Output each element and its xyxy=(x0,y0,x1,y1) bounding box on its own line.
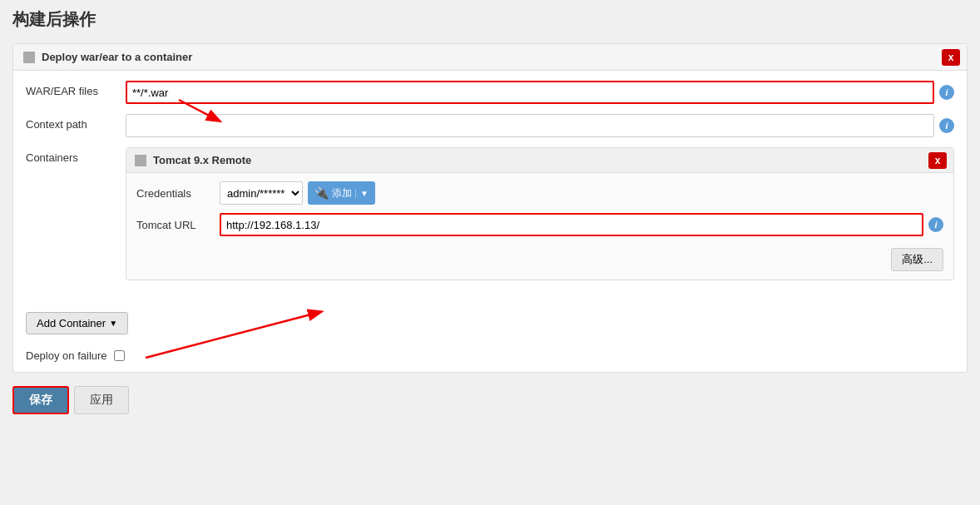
form-body: WAR/EAR files i Context path i xyxy=(13,71,967,307)
containers-area: Tomcat 9.x Remote x Credentials admin/**… xyxy=(126,147,954,287)
war-ear-row: WAR/EAR files i xyxy=(26,81,954,104)
tomcat-url-input[interactable] xyxy=(220,213,923,236)
section-header: Deploy war/ear to a container xyxy=(13,44,967,71)
context-path-input[interactable] xyxy=(126,114,934,137)
deploy-failure-label: Deploy on failure xyxy=(26,349,107,362)
credentials-select[interactable]: admin/****** xyxy=(220,181,303,205)
page-title: 构建后操作 xyxy=(12,8,968,31)
war-ear-help-icon[interactable]: i xyxy=(939,85,954,100)
credentials-add-button[interactable]: 🔌 添加 ▼ xyxy=(308,181,375,205)
deploy-failure-row: Deploy on failure xyxy=(13,344,967,372)
war-ear-field: i xyxy=(126,81,954,104)
containers-row: Containers Tomcat 9.x Remote x xyxy=(26,147,954,287)
add-btn-label: 添加 xyxy=(332,186,352,201)
apply-button[interactable]: 应用 xyxy=(74,386,129,414)
war-ear-label: WAR/EAR files xyxy=(26,81,126,97)
context-path-row: Context path i xyxy=(26,114,954,137)
sub-close-button[interactable]: x xyxy=(928,152,947,169)
deploy-failure-checkbox[interactable] xyxy=(114,350,125,361)
context-path-help-icon[interactable]: i xyxy=(939,118,954,133)
sub-card-title: Tomcat 9.x Remote xyxy=(153,154,251,166)
credentials-field: admin/****** 🔌 添加 ▼ xyxy=(220,181,943,205)
bottom-buttons: 保存 应用 xyxy=(12,381,968,419)
tomcat-url-row: Tomcat URL i xyxy=(136,213,943,236)
tomcat-url-label: Tomcat URL xyxy=(136,219,220,231)
advanced-button[interactable]: 高级... xyxy=(891,248,943,271)
tomcat-url-field: i xyxy=(220,213,943,236)
sub-drag-icon xyxy=(135,155,146,166)
add-container-button[interactable]: Add Container ▼ xyxy=(26,312,128,334)
context-path-field: i xyxy=(126,114,954,137)
section-drag-icon xyxy=(23,52,35,63)
add-container-caret-icon: ▼ xyxy=(109,319,117,328)
war-ear-input[interactable] xyxy=(126,81,934,104)
context-path-label: Context path xyxy=(26,114,126,131)
plug-icon: 🔌 xyxy=(314,186,329,200)
tomcat-sub-card: Tomcat 9.x Remote x Credentials admin/**… xyxy=(126,147,954,280)
credentials-label: Credentials xyxy=(136,187,220,200)
save-button[interactable]: 保存 xyxy=(12,386,69,414)
tomcat-url-help-icon[interactable]: i xyxy=(928,217,943,232)
add-container-label: Add Container xyxy=(37,317,106,329)
section-title: Deploy war/ear to a container xyxy=(42,51,192,63)
containers-label: Containers xyxy=(26,147,126,164)
add-btn-caret-icon[interactable]: ▼ xyxy=(355,189,369,198)
section-close-button[interactable]: x xyxy=(942,49,960,66)
credentials-row: Credentials admin/****** 🔌 添加 xyxy=(136,181,943,205)
add-container-row: Add Container ▼ xyxy=(13,307,967,344)
sub-form-body: Credentials admin/****** 🔌 添加 xyxy=(126,173,953,280)
sub-card-header: Tomcat 9.x Remote xyxy=(126,148,953,173)
deploy-section-card: Deploy war/ear to a container x WAR/EAR … xyxy=(12,43,968,373)
